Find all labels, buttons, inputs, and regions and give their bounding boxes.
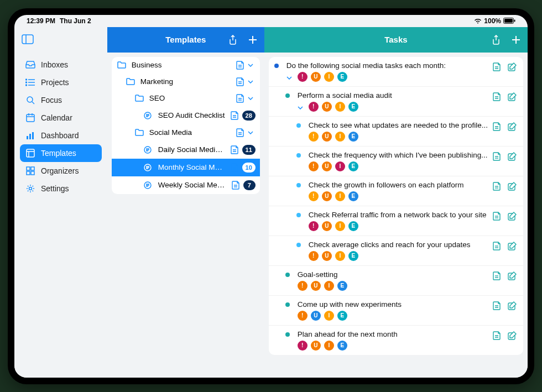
template-label: Monthly Social Media... [158,163,226,171]
template-row[interactable]: Daily Social Media Ma...11 [112,141,260,159]
folder-row[interactable]: Business [112,57,260,74]
task-row[interactable]: Check the growth in followers on each pl… [269,176,523,206]
edit-icon[interactable] [508,122,518,132]
tag-E: E [337,341,347,351]
edit-icon[interactable] [508,242,518,252]
edit-icon[interactable] [508,152,518,162]
note-icon[interactable] [230,145,239,154]
nav-item-projects[interactable]: Projects [20,74,102,91]
folder-icon [117,61,127,69]
nav-label: Focus [41,96,62,104]
tag-row: !UIE [298,72,347,82]
note-icon[interactable] [492,242,502,252]
tag-!: ! [298,341,308,351]
task-row[interactable]: Check Referral traffic from a network ba… [269,206,523,236]
chevron-down-icon[interactable] [248,64,256,67]
template-row[interactable]: Weekly Social Media...7 [112,176,260,194]
tag-row: !UIE [309,251,358,261]
nav-label: Dashboard [41,131,79,140]
chevron-down-icon[interactable] [298,104,305,109]
tag-I: I [324,281,334,291]
folder-icon [135,129,145,136]
status-bar: 12:39 PM Thu Jun 2 100% [14,15,528,27]
tag-!: ! [309,191,319,201]
list-icon [25,77,35,87]
note-icon[interactable] [231,181,240,190]
chevron-down-icon[interactable] [286,74,294,80]
tag-E: E [337,281,347,291]
tag-U: U [311,72,321,82]
nav-item-organizers[interactable]: Organizers [20,162,102,180]
task-row[interactable]: Come up with new experiments!UIE [269,295,523,325]
tasks-panel: Tasks Do the following social media task… [264,27,528,378]
chevron-down-icon[interactable] [248,80,256,83]
task-title: Do the following social media tasks each… [286,61,488,70]
note-icon[interactable] [236,61,244,70]
template-row[interactable]: SEO Audit Checklist28 [112,107,260,124]
folder-row[interactable]: SEO [112,90,260,107]
svg-point-8 [26,79,27,80]
nav-item-calendar[interactable]: Calendar [20,109,102,127]
task-row[interactable]: Do the following social media tasks each… [269,57,523,86]
task-title: Check Referral traffic from a network ba… [309,211,488,219]
nav-item-focus[interactable]: Focus [20,91,102,109]
note-icon[interactable] [492,152,502,162]
templates-add-button[interactable] [247,34,259,46]
task-row[interactable]: Check to see what updates are needed to … [269,116,523,146]
wifi-icon [474,18,482,24]
tasks-share-button[interactable] [490,34,502,46]
nav-item-settings[interactable]: Settings [20,180,102,197]
tag-I: I [324,72,334,82]
note-icon[interactable] [492,271,502,281]
templates-share-button[interactable] [227,34,239,46]
svg-point-10 [26,85,27,86]
template-icon [25,148,35,158]
tasks-add-button[interactable] [510,34,522,46]
share-icon [492,35,501,45]
task-row[interactable]: Check the frequency with which I've been… [269,146,523,176]
task-row[interactable]: Check average clicks and reach for your … [269,236,523,265]
nav-item-dashboard[interactable]: Dashboard [20,127,102,144]
svg-point-11 [27,97,33,102]
tag-E: E [348,191,358,201]
tag-U: U [322,191,332,201]
template-row[interactable]: Monthly Social Media...10 [112,159,260,176]
nav-item-inboxes[interactable]: Inboxes [20,56,102,74]
chevron-down-icon[interactable] [248,97,256,100]
task-row[interactable]: Goal-setting!UIE [269,265,523,295]
note-icon[interactable] [492,62,502,72]
edit-icon[interactable] [508,271,518,281]
nav-item-templates[interactable]: Templates [20,144,102,162]
note-icon[interactable] [236,128,244,137]
note-icon[interactable] [236,94,244,103]
edit-icon[interactable] [508,92,518,102]
gear-icon [25,184,35,194]
note-icon[interactable] [492,212,502,222]
task-row[interactable]: Perform a social media audit!UIE [269,86,523,116]
note-icon[interactable] [492,331,502,341]
folder-row[interactable]: Marketing [112,74,260,90]
edit-icon[interactable] [508,301,518,311]
note-icon[interactable] [492,301,502,311]
note-icon[interactable] [236,77,244,86]
edit-icon[interactable] [508,331,518,341]
edit-icon[interactable] [508,62,518,72]
sidebar-toggle[interactable] [20,32,35,47]
task-row[interactable]: Plan ahead for the next month!UIE [269,325,523,355]
tag-row: !UIE [298,311,347,321]
edit-icon[interactable] [508,182,518,192]
note-icon[interactable] [230,111,239,120]
tag-U: U [322,221,332,231]
task-bullet [285,300,293,307]
note-icon[interactable] [492,92,502,102]
folder-row[interactable]: Social Media [112,124,260,141]
chevron-down-icon[interactable] [248,131,256,134]
tag-row: !UIE [298,341,347,351]
note-icon[interactable] [230,163,239,172]
note-icon[interactable] [492,182,502,192]
note-icon[interactable] [492,122,502,132]
edit-icon[interactable] [508,212,518,222]
sidebar: InboxesProjectsFocusCalendarDashboardTem… [14,27,107,378]
tag-!: ! [309,161,319,171]
tag-U: U [322,251,332,261]
